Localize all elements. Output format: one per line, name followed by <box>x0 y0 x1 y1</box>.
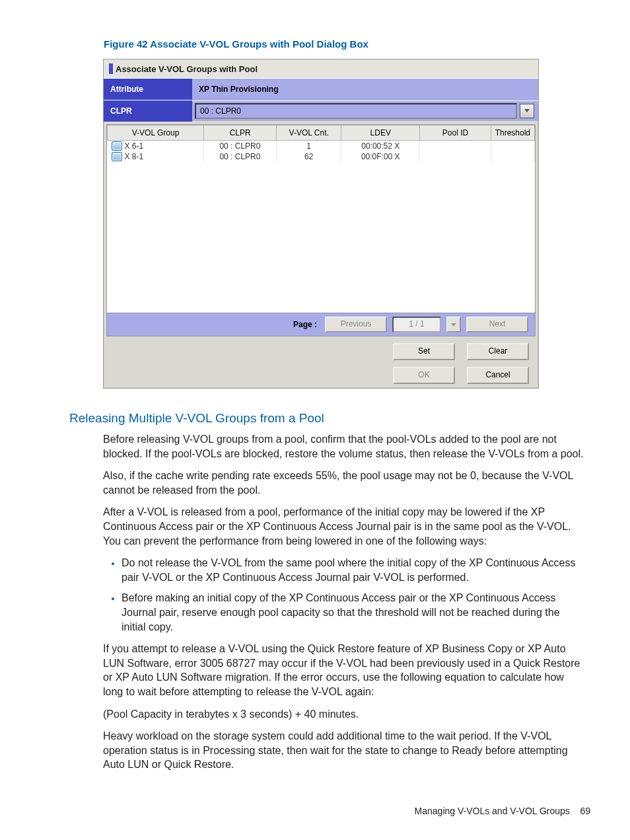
disk-icon <box>112 141 122 151</box>
body-paragraph: Also, if the cache write pending rate ex… <box>103 469 584 497</box>
body-paragraph: (Pool Capacity in terabytes x 3 seconds)… <box>103 707 584 722</box>
clpr-select[interactable]: 00 : CLPR0 <box>195 103 517 119</box>
col-vvol-group[interactable]: V-VOL Group <box>108 126 204 141</box>
col-vvol-cnt[interactable]: V-VOL Cnt. <box>277 126 341 141</box>
col-pool-id[interactable]: Pool ID <box>420 126 491 141</box>
body-paragraph: If you attempt to release a V-VOL using … <box>103 642 584 699</box>
attribute-value: XP Thin Provisioning <box>192 79 538 100</box>
table-row[interactable]: X 6-1 00 : CLPR0 1 00:00:52 X <box>108 141 535 152</box>
col-clpr[interactable]: CLPR <box>204 126 277 141</box>
cell-cnt: 1 <box>277 141 341 152</box>
cell-ldev: 00:0F:00 X <box>341 151 420 162</box>
col-ldev[interactable]: LDEV <box>341 126 420 141</box>
set-button[interactable]: Set <box>393 343 455 360</box>
next-button[interactable]: Next <box>466 317 528 332</box>
cell-group: X 6-1 <box>125 141 144 151</box>
clpr-dropdown-button[interactable] <box>520 104 534 118</box>
page-dropdown-button[interactable] <box>446 317 461 332</box>
previous-button[interactable]: Previous <box>325 317 387 332</box>
attribute-label: Attribute <box>104 79 192 100</box>
associate-vvol-dialog: Associate V-VOL Groups with Pool Attribu… <box>103 59 539 389</box>
cell-ldev: 00:00:52 X <box>341 141 420 152</box>
ok-button[interactable]: OK <box>393 367 455 384</box>
cell-threshold <box>491 151 534 162</box>
titlebar-accent <box>109 63 113 74</box>
cell-pool <box>420 141 491 152</box>
cell-clpr: 00 : CLPR0 <box>204 151 277 162</box>
col-threshold[interactable]: Threshold <box>491 126 534 141</box>
cell-threshold <box>491 141 534 152</box>
vvol-grid[interactable]: V-VOL Group CLPR V-VOL Cnt. LDEV Pool ID… <box>106 124 536 313</box>
cell-group: X 8-1 <box>125 152 144 161</box>
body-paragraph: After a V-VOL is released from a pool, p… <box>103 505 584 548</box>
list-item: Do not release the V-VOL from the same p… <box>122 556 584 584</box>
dialog-title: Associate V-VOL Groups with Pool <box>116 64 258 74</box>
chevron-down-icon <box>524 109 530 112</box>
cell-clpr: 00 : CLPR0 <box>204 141 277 152</box>
footer-page-number: 69 <box>580 806 590 816</box>
table-row[interactable]: X 8-1 00 : CLPR0 62 00:0F:00 X <box>108 151 535 162</box>
chevron-down-icon <box>451 323 456 326</box>
cancel-button[interactable]: Cancel <box>467 367 529 384</box>
footer-section: Managing V-VOLs and V-VOL Groups <box>415 806 570 816</box>
clear-button[interactable]: Clear <box>467 343 529 360</box>
body-paragraph: Before releasing V-VOL groups from a poo… <box>103 432 584 461</box>
list-item: Before making an initial copy of the XP … <box>122 591 584 634</box>
page-label: Page : <box>293 320 317 329</box>
cell-pool <box>420 151 491 162</box>
figure-caption: Figure 42 Associate V-VOL Groups with Po… <box>104 38 590 50</box>
clpr-label: CLPR <box>104 100 192 122</box>
section-heading: Releasing Multiple V-VOL Groups from a P… <box>69 411 590 426</box>
pager-bar: Page : Previous 1 / 1 Next <box>106 313 536 336</box>
dialog-titlebar: Associate V-VOL Groups with Pool <box>104 59 538 78</box>
disk-icon <box>112 152 122 161</box>
page-footer: Managing V-VOLs and V-VOL Groups 69 <box>415 806 590 816</box>
cell-cnt: 62 <box>277 151 341 162</box>
page-indicator: 1 / 1 <box>392 317 441 332</box>
body-paragraph: Heavy workload on the storage system cou… <box>103 729 584 772</box>
